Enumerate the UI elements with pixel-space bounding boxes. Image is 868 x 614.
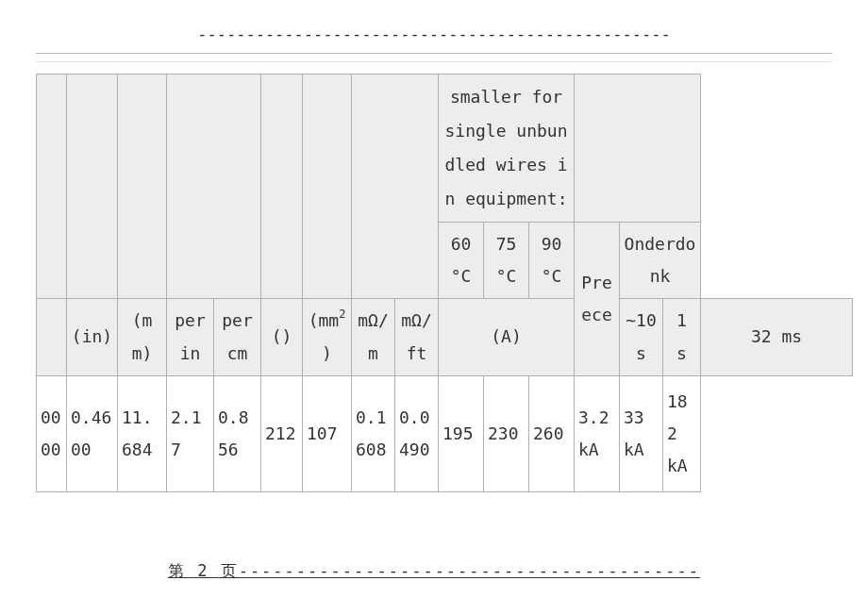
cell-a75: 230 bbox=[484, 375, 529, 492]
cell-kcmil: 212 bbox=[261, 375, 303, 492]
header-10s: ~10 s bbox=[620, 299, 663, 375]
header-mohm-m: mΩ/m bbox=[352, 299, 395, 375]
data-table-wrap: smaller for single unbundled wires in eq… bbox=[36, 74, 853, 492]
cell-32ms: 182 kA bbox=[663, 375, 701, 492]
cell-percm: 0.856 bbox=[214, 375, 261, 492]
cell-awg: 0000 bbox=[37, 375, 67, 492]
header-mm: (mm) bbox=[118, 299, 167, 375]
header-60c: 60 °C bbox=[439, 223, 484, 299]
footer-text: 第 2 页-----------------------------------… bbox=[168, 560, 700, 584]
table-row: 0000 0.4600 11.684 2.17 0.856 212 107 0.… bbox=[37, 375, 853, 492]
cell-mohm-m: 0.1608 bbox=[352, 375, 395, 492]
cell-in: 0.4600 bbox=[67, 375, 118, 492]
top-separator bbox=[36, 53, 832, 62]
header-paren: () bbox=[261, 299, 303, 375]
header-onderdonk: Onderdonk bbox=[620, 223, 701, 299]
header-per-cm: per cm bbox=[214, 299, 261, 375]
cell-mm: 11.684 bbox=[118, 375, 167, 492]
wire-gauge-table: smaller for single unbundled wires in eq… bbox=[36, 74, 853, 492]
header-mohm-ft: mΩ/ft bbox=[395, 299, 439, 375]
cell-mohm-ft: 0.0490 bbox=[395, 375, 439, 492]
header-in: (in) bbox=[67, 299, 118, 375]
header-75c: 75 °C bbox=[484, 223, 529, 299]
header-90c: 90 °C bbox=[529, 223, 575, 299]
cell-mm2: 107 bbox=[303, 375, 352, 492]
header-32ms: 32 ms bbox=[701, 299, 853, 375]
cell-a60: 195 bbox=[439, 375, 484, 492]
cell-perin: 2.17 bbox=[167, 375, 214, 492]
header-per-in: per in bbox=[167, 299, 214, 375]
header-row-3: (in)(mm)per inper cm()(mm2 )mΩ/mmΩ/ft(A)… bbox=[37, 299, 853, 375]
page-footer: 第 2 页-----------------------------------… bbox=[0, 560, 868, 584]
header-1s: 1 s bbox=[663, 299, 701, 375]
header-A: (A) bbox=[439, 299, 575, 375]
header-preece: Preece bbox=[575, 223, 620, 376]
cell-1s: 33 kA bbox=[620, 375, 663, 492]
cell-preece: 3.2 kA bbox=[575, 375, 620, 492]
cell-a90: 260 bbox=[529, 375, 575, 492]
header-smaller-text: smaller for single unbundled wires in eq… bbox=[439, 75, 575, 223]
top-dashes: ----------------------------------------… bbox=[0, 25, 868, 43]
header-row-1: smaller for single unbundled wires in eq… bbox=[37, 75, 853, 223]
header-mm2: (mm2 ) bbox=[303, 299, 352, 375]
